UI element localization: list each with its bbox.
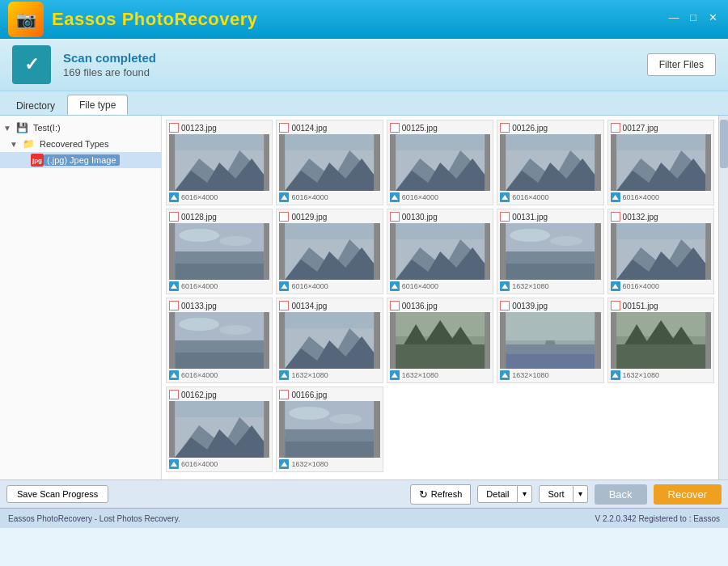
- thumb-checkbox[interactable]: [279, 123, 289, 133]
- thumb-dims: 6016×4000: [623, 282, 659, 290]
- sort-dropdown-button[interactable]: ▾: [574, 485, 588, 503]
- thumb-checkbox[interactable]: [611, 123, 620, 133]
- thumbnail-item[interactable]: 00131.jpg 1632×1080: [497, 209, 603, 294]
- thumb-name: 00124.jpg: [291, 124, 327, 133]
- svg-rect-7: [286, 134, 375, 150]
- thumbnail-item[interactable]: 00166.jpg 1632×1080: [276, 386, 383, 472]
- thumb-size-icon: [169, 370, 179, 380]
- thumb-checkbox[interactable]: [500, 212, 510, 222]
- thumbnail-item[interactable]: 00139.jpg 1632×1080: [497, 298, 603, 383]
- thumb-checkbox[interactable]: [279, 301, 289, 310]
- svg-rect-19: [616, 134, 705, 150]
- thumb-checkbox[interactable]: [169, 212, 179, 222]
- thumbnail-item[interactable]: 00126.jpg 6016×4000: [497, 120, 603, 205]
- thumb-checkbox[interactable]: [169, 390, 179, 399]
- thumbnail-item[interactable]: 00130.jpg 6016×4000: [387, 209, 493, 294]
- refresh-btn-group: ↻ Refresh: [410, 484, 472, 505]
- svg-point-37: [550, 236, 582, 246]
- thumbnail-item[interactable]: 00124.jpg 6016×4000: [276, 120, 383, 205]
- thumbnail-item[interactable]: 00136.jpg 1632×1080: [387, 298, 493, 383]
- svg-rect-50: [286, 312, 375, 328]
- thumb-dims: 6016×4000: [181, 371, 218, 379]
- thumb-image: [169, 134, 269, 191]
- thumb-checkbox[interactable]: [279, 390, 289, 399]
- thumbnail-item[interactable]: 00128.jpg 6016×4000: [166, 209, 273, 294]
- thumb-checkbox[interactable]: [390, 123, 400, 133]
- thumb-image: [611, 134, 711, 191]
- svg-rect-3: [175, 134, 264, 150]
- thumb-checkbox[interactable]: [500, 301, 510, 310]
- detail-dropdown-button[interactable]: ▾: [518, 485, 532, 503]
- minimize-button[interactable]: —: [667, 10, 681, 24]
- back-button[interactable]: Back: [595, 484, 647, 505]
- close-button[interactable]: ✕: [705, 10, 720, 24]
- tab-directory[interactable]: Directory: [4, 95, 67, 115]
- svg-rect-11: [396, 134, 485, 150]
- thumb-size-icon: [279, 192, 289, 202]
- thumb-image: [611, 312, 711, 369]
- tree-label-recovered: Recovered Types: [37, 138, 111, 150]
- thumb-name: 00128.jpg: [181, 213, 217, 222]
- grid-scrollbar[interactable]: [718, 116, 728, 479]
- thumb-size-icon: [279, 370, 289, 380]
- thumb-name: 00136.jpg: [402, 302, 438, 310]
- thumbnail-item[interactable]: 00127.jpg 6016×4000: [607, 120, 714, 205]
- svg-rect-28: [286, 223, 375, 239]
- thumb-size-icon: [611, 192, 620, 202]
- thumbnail-item[interactable]: 00132.jpg 6016×4000: [607, 209, 714, 294]
- thumb-dims: 1632×1080: [512, 371, 548, 379]
- thumb-checkbox[interactable]: [611, 212, 620, 222]
- thumbnail-item[interactable]: 00134.jpg 1632×1080: [276, 298, 383, 383]
- svg-rect-22: [175, 251, 264, 264]
- detail-button[interactable]: Detail: [477, 485, 518, 503]
- tree-toggle-root[interactable]: ▼: [3, 124, 13, 133]
- recover-button[interactable]: Recover: [654, 484, 722, 505]
- tree-item-recovered[interactable]: ▼ 📁 Recovered Types: [0, 136, 161, 152]
- thumbnail-item[interactable]: 00162.jpg 6016×4000: [166, 386, 273, 472]
- svg-rect-32: [396, 223, 485, 239]
- refresh-button[interactable]: ↻ Refresh: [410, 484, 472, 505]
- svg-rect-41: [616, 223, 705, 239]
- thumbnail-grid-area[interactable]: 00123.jpg 6016×4000 00124.jpg: [162, 116, 718, 479]
- thumbnail-item[interactable]: 00129.jpg 6016×4000: [276, 209, 383, 294]
- sort-btn-group: Sort ▾: [539, 485, 587, 503]
- thumb-checkbox[interactable]: [611, 301, 620, 310]
- tree-label-root: Test(I:): [31, 122, 63, 133]
- thumb-name: 00166.jpg: [291, 391, 327, 399]
- thumb-image: [169, 401, 269, 458]
- thumb-size-icon: [611, 281, 620, 291]
- scan-completed-label: Scan completed: [63, 51, 647, 65]
- thumbnail-item[interactable]: 00133.jpg 6016×4000: [166, 298, 273, 383]
- tab-filetype[interactable]: File type: [67, 95, 128, 115]
- thumb-size-icon: [169, 459, 179, 469]
- thumb-image: [611, 223, 711, 280]
- thumb-image: [279, 134, 379, 191]
- thumbnail-item[interactable]: 00125.jpg 6016×4000: [387, 120, 493, 205]
- tree-item-jpg[interactable]: jpg (.jpg) Jpeg Image: [0, 152, 161, 168]
- thumb-checkbox[interactable]: [390, 212, 400, 222]
- filter-files-button[interactable]: Filter Files: [647, 53, 716, 76]
- svg-point-45: [179, 318, 219, 331]
- grid-scrollbar-thumb[interactable]: [720, 120, 728, 168]
- tree-toggle-recovered[interactable]: ▼: [10, 140, 19, 149]
- thumb-image: [390, 312, 490, 369]
- thumb-size-icon: [169, 281, 179, 291]
- svg-rect-60: [506, 353, 595, 369]
- thumb-checkbox[interactable]: [169, 301, 179, 310]
- tree-item-root[interactable]: ▼ 💾 Test(I:): [0, 120, 161, 136]
- thumb-name: 00162.jpg: [181, 391, 217, 399]
- thumb-size-icon: [500, 192, 510, 202]
- save-scan-button[interactable]: Save Scan Progress: [6, 485, 108, 503]
- thumbnail-item[interactable]: 00151.jpg 1632×1080: [607, 298, 714, 383]
- thumb-dims: 6016×4000: [181, 282, 218, 290]
- thumb-image: [169, 312, 269, 369]
- thumbnail-item[interactable]: 00123.jpg 6016×4000: [166, 120, 273, 205]
- thumb-checkbox[interactable]: [279, 212, 289, 222]
- maximize-button[interactable]: □: [686, 10, 700, 24]
- thumb-checkbox[interactable]: [169, 123, 179, 133]
- thumb-checkbox[interactable]: [390, 301, 400, 310]
- svg-rect-35: [506, 251, 595, 264]
- sort-button[interactable]: Sort: [539, 485, 573, 503]
- thumbnail-grid: 00123.jpg 6016×4000 00124.jpg: [166, 120, 714, 472]
- thumb-checkbox[interactable]: [500, 123, 510, 133]
